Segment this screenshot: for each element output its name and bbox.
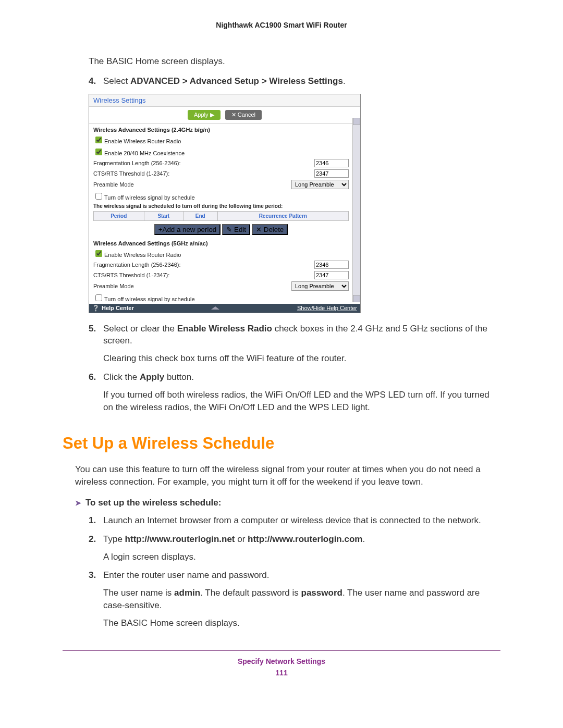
cts-5-input[interactable] [314, 271, 349, 279]
help-bar: ❔Help Center Show/Hide Help Center [89, 304, 360, 313]
step-5: 5. Select or clear the Enable Wireless R… [89, 323, 500, 365]
step-number: 3. [89, 569, 103, 629]
frag-5-label: Fragmentation Length (256-2346): [93, 262, 314, 268]
edit-button[interactable]: ✎ Edit [222, 224, 250, 235]
col-end: End [183, 211, 218, 220]
page-number: 111 [63, 669, 500, 677]
step-6: 6. Click the Apply button. If you turned… [89, 371, 500, 413]
section-intro: You can use this feature to turn off the… [75, 463, 500, 488]
schedule-table: Period Start End Recurrence Pattern [93, 211, 349, 221]
procedure-heading: ➤ To set up the wireless schedule: [75, 498, 500, 508]
step-number: 5. [89, 323, 103, 365]
footer-rule [63, 650, 500, 651]
doc-header: Nighthawk AC1900 Smart WiFi Router [63, 21, 500, 29]
enable-coex-label: Enable 20/40 MHz Coexistence [93, 147, 349, 157]
add-period-button[interactable]: +Add a new period [154, 224, 221, 235]
preamble-24-label: Preamble Mode [93, 181, 291, 188]
scrollbar[interactable] [352, 118, 360, 302]
enable-radio-5-label: Enable Wireless Router Radio [93, 249, 349, 258]
cancel-button[interactable]: ✕ Cancel [225, 110, 262, 120]
step-body: Type http://www.routerlogin.net or http:… [103, 533, 500, 563]
step-body: Enter the router user name and password.… [103, 569, 500, 629]
document-page: Nighthawk AC1900 Smart WiFi Router The B… [0, 0, 563, 728]
enable-radio-24-checkbox[interactable] [95, 137, 102, 143]
footer-section: Specify Network Settings [63, 657, 500, 665]
enable-radio-24-label: Enable Wireless Router Radio [93, 135, 349, 145]
preamble-5-select[interactable]: Long Preamble [291, 281, 349, 291]
scroll-down-icon[interactable] [353, 295, 360, 302]
sched-off-24-checkbox[interactable] [95, 193, 102, 200]
help-icon: ❔ [92, 305, 100, 312]
step-number: 4. [89, 75, 103, 88]
sched-off-24-label: Turn off wireless signal by schedule [93, 191, 349, 201]
col-start: Start [144, 211, 183, 220]
intro-text: The BASIC Home screen displays. [89, 55, 500, 68]
schedule-buttons: +Add a new period ✎ Edit ✕ Delete [89, 222, 353, 237]
router-screenshot: Wireless Settings Apply ▶ ✕ Cancel Wirel… [89, 94, 361, 313]
enable-coex-checkbox[interactable] [95, 149, 102, 155]
footer: Specify Network Settings 111 [63, 657, 500, 677]
step-body: Select ADVANCED > Advanced Setup > Wirel… [103, 75, 500, 88]
sched-off-5-label: Turn off wireless signal by schedule [93, 293, 349, 303]
col-period: Period [94, 211, 144, 220]
enable-radio-5-checkbox[interactable] [95, 250, 102, 257]
step-number: 1. [89, 514, 103, 527]
router-panel-title: Wireless Settings [89, 94, 360, 107]
section-heading: Set Up a Wireless Schedule [63, 434, 500, 453]
step-number: 6. [89, 371, 103, 413]
show-hide-help-link[interactable]: Show/Hide Help Center [297, 305, 357, 311]
arrow-icon: ➤ [75, 499, 81, 507]
delete-button[interactable]: ✕ Delete [252, 224, 288, 235]
scroll-up-icon[interactable] [353, 118, 360, 125]
step-4: 4. Select ADVANCED > Advanced Setup > Wi… [89, 75, 500, 88]
preamble-5-label: Preamble Mode [93, 283, 291, 289]
step-body: Launch an Internet browser from a comput… [103, 514, 500, 527]
section-5ghz-title: Wireless Advanced Settings (5GHz a/n/ac) [89, 237, 353, 248]
proc-step-3: 3. Enter the router user name and passwo… [89, 569, 500, 629]
proc-step-2: 2. Type http://www.routerlogin.net or ht… [89, 533, 500, 563]
sched-off-5-checkbox[interactable] [95, 294, 102, 301]
section-24ghz-title: Wireless Advanced Settings (2.4GHz b/g/n… [89, 124, 353, 134]
sched-note: The wireless signal is scheduled to turn… [89, 202, 353, 210]
frag-24-label: Fragmentation Length (256-2346): [93, 160, 314, 166]
cts-24-label: CTS/RTS Threshold (1-2347): [93, 170, 314, 177]
step-number: 2. [89, 533, 103, 563]
frag-5-input[interactable] [314, 261, 349, 269]
step-body: Click the Apply button. If you turned of… [103, 371, 500, 413]
cts-24-input[interactable] [314, 169, 349, 178]
router-action-bar: Apply ▶ ✕ Cancel [89, 107, 360, 124]
col-pattern: Recurrence Pattern [217, 211, 348, 220]
help-center-label[interactable]: ❔Help Center [92, 305, 134, 312]
expand-icon[interactable] [211, 306, 219, 310]
step-body: Select or clear the Enable Wireless Radi… [103, 323, 500, 365]
preamble-24-select[interactable]: Long Preamble [291, 180, 349, 189]
frag-24-input[interactable] [314, 159, 349, 167]
apply-button[interactable]: Apply ▶ [188, 110, 221, 120]
cts-5-label: CTS/RTS Threshold (1-2347): [93, 272, 314, 278]
proc-step-1: 1. Launch an Internet browser from a com… [89, 514, 500, 527]
